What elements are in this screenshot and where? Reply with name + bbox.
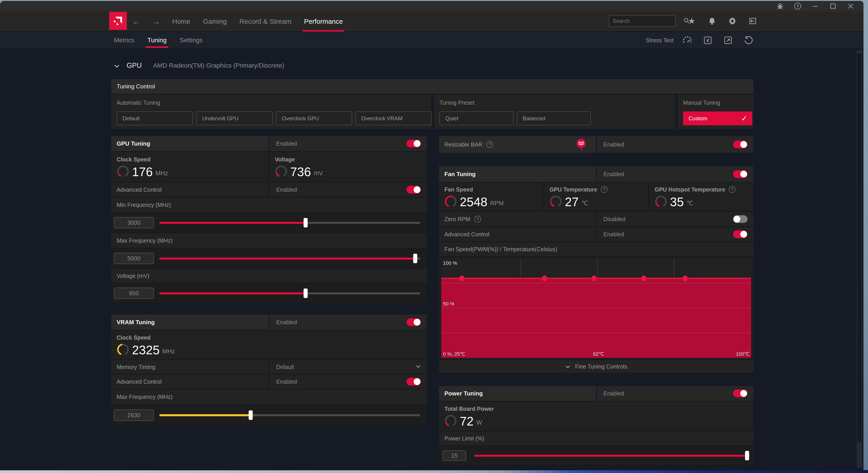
minimize-button[interactable] [811, 2, 819, 10]
vram-tuning-status: Enabled [270, 319, 297, 326]
voltage-slider[interactable] [159, 292, 421, 294]
maximize-button[interactable] [829, 2, 837, 10]
chevron-down-icon [415, 364, 421, 370]
custom-button-label: Custom [688, 115, 707, 122]
max-frequency-input[interactable] [114, 253, 154, 264]
titlebar: ? [0, 1, 864, 11]
export-profile-icon[interactable] [723, 35, 733, 45]
bug-report-icon[interactable] [776, 2, 784, 10]
fine-tuning-controls-expander[interactable]: Fine Tuning Controls [439, 360, 753, 373]
fan-advanced-status: Enabled [597, 231, 624, 238]
default-button[interactable]: Default [117, 112, 193, 125]
power-limit-input[interactable] [442, 450, 466, 461]
search-input[interactable] [610, 18, 683, 24]
reset-icon[interactable] [744, 35, 753, 45]
power-limit-label-cell: Power Limit (%) [439, 432, 753, 445]
quiet-button[interactable]: Quiet [439, 112, 514, 125]
overclock-gpu-button[interactable]: Overclock GPU [276, 112, 352, 125]
undervolt-gpu-button[interactable]: Undervolt GPU [196, 112, 273, 125]
vram-max-frequency-slider[interactable] [159, 414, 421, 416]
main-navbar: ← → Home Gaming Record & Stream Performa… [0, 11, 864, 32]
automatic-tuning-label: Automatic Tuning [117, 99, 160, 106]
fan-curve-point[interactable] [542, 275, 547, 281]
zero-rpm-help-icon[interactable]: ? [474, 216, 481, 223]
max-frequency-label-cell: Max Frequency (MHz) [111, 233, 427, 248]
gpu-voltage-gauge-icon [275, 165, 287, 178]
max-frequency-slider-thumb[interactable] [413, 254, 417, 263]
power-limit-slider[interactable] [474, 455, 750, 457]
vram-tuning-toggle[interactable] [406, 318, 421, 326]
gpu-advanced-toggle[interactable] [406, 186, 421, 194]
gpu-tuning-header: GPU Tuning [111, 136, 269, 151]
nav-tab-home[interactable]: Home [172, 11, 190, 32]
voltage-input[interactable] [114, 288, 154, 299]
close-button[interactable] [847, 2, 855, 10]
fan-advanced-toggle[interactable] [733, 230, 747, 238]
fine-tuning-controls-label: Fine Tuning Controls [575, 363, 627, 370]
overclock-vram-button[interactable]: Overclock VRAM [355, 112, 432, 125]
vram-clock-value: 2325 [132, 344, 160, 356]
fan-chart-title-cell: Fan Speed(PWM(%)) / Temperature(Celsius) [439, 242, 753, 256]
memory-timing-cell: Memory Timing [111, 360, 269, 374]
fan-advanced-enable-cell: Enabled [597, 227, 754, 241]
fan-curve-point[interactable] [683, 275, 688, 281]
power-tuning-toggle[interactable] [733, 390, 747, 397]
collapse-chevron-icon[interactable] [114, 63, 119, 68]
search-box[interactable] [609, 16, 675, 27]
min-frequency-slider[interactable] [159, 222, 421, 224]
zero-rpm-toggle[interactable] [733, 215, 747, 223]
nav-tab-performance[interactable]: Performance [304, 11, 343, 32]
balanced-button[interactable]: Balanced [517, 112, 591, 125]
custom-button[interactable]: Custom ✓ [683, 112, 752, 125]
hotspot-temperature-value: 35 [670, 196, 684, 208]
amd-logo[interactable] [109, 12, 127, 30]
nav-tab-gaming[interactable]: Gaming [203, 11, 227, 32]
memory-timing-dropdown[interactable]: Default [270, 360, 427, 374]
hotspot-temperature-gauge-icon [655, 195, 667, 208]
gpu-temperature-help-icon[interactable]: ? [601, 186, 608, 193]
tab-tuning[interactable]: Tuning [147, 32, 166, 49]
notifications-bell-icon[interactable] [708, 17, 717, 26]
scrollbar-thumb[interactable] [857, 53, 862, 442]
vram-max-frequency-slider-thumb[interactable] [249, 410, 253, 420]
stress-test-gauge-icon[interactable] [683, 35, 692, 45]
x-axis-mid-label: 62℃ [593, 351, 604, 357]
forward-arrow-icon[interactable]: → [152, 17, 160, 26]
fan-curve-point[interactable] [459, 275, 464, 281]
tab-settings[interactable]: Settings [180, 32, 203, 49]
settings-gear-icon[interactable] [728, 17, 737, 26]
resizable-bar-help-icon[interactable]: ? [487, 141, 493, 148]
fan-curve-point[interactable] [641, 275, 646, 281]
tab-metrics[interactable]: Metrics [114, 32, 134, 49]
power-limit-slider-row [439, 446, 753, 465]
gpu-tuning-title: GPU Tuning [111, 140, 150, 147]
favorites-star-icon[interactable]: ★ [687, 17, 696, 26]
fan-tuning-toggle[interactable] [733, 170, 747, 178]
board-power-label: Total Board Power [444, 406, 494, 412]
gpu-tuning-toggle[interactable] [406, 140, 421, 147]
min-frequency-input[interactable] [114, 217, 154, 228]
max-frequency-slider[interactable] [159, 258, 421, 260]
hotspot-temperature-help-icon[interactable]: ? [729, 186, 736, 193]
resizable-bar-panel: Resizable BAR ? Enabled [439, 136, 753, 153]
system-tray-icon[interactable] [748, 17, 757, 26]
fan-advanced-label: Advanced Control [439, 231, 489, 238]
vram-advanced-label: Advanced Control [111, 379, 162, 385]
min-frequency-slider-thumb[interactable] [304, 218, 308, 228]
voltage-slider-thumb[interactable] [304, 289, 308, 298]
fan-curve-point[interactable] [592, 275, 596, 281]
power-limit-slider-thumb[interactable] [745, 451, 749, 460]
help-icon[interactable]: ? [794, 2, 802, 10]
resizable-bar-toggle[interactable] [733, 141, 747, 148]
fan-curve-plot[interactable]: 100 % 50 % 0 %, 25℃ 62℃ 100℃ [441, 259, 751, 358]
vertical-scrollbar[interactable] [857, 50, 862, 468]
nav-tab-record-stream[interactable]: Record & Stream [239, 11, 291, 32]
fan-curve-chart: 100 % 50 % 0 %, 25℃ 62℃ 100℃ [439, 257, 753, 359]
vram-max-frequency-input[interactable] [114, 410, 154, 421]
gpu-temperature-gauge-icon [550, 195, 562, 208]
back-arrow-icon[interactable]: ← [132, 17, 141, 26]
gpu-clock-label: Clock Speed [117, 156, 151, 163]
vram-advanced-toggle[interactable] [406, 378, 421, 385]
import-profile-icon[interactable] [703, 35, 712, 45]
board-power-value: 72 [460, 415, 473, 427]
